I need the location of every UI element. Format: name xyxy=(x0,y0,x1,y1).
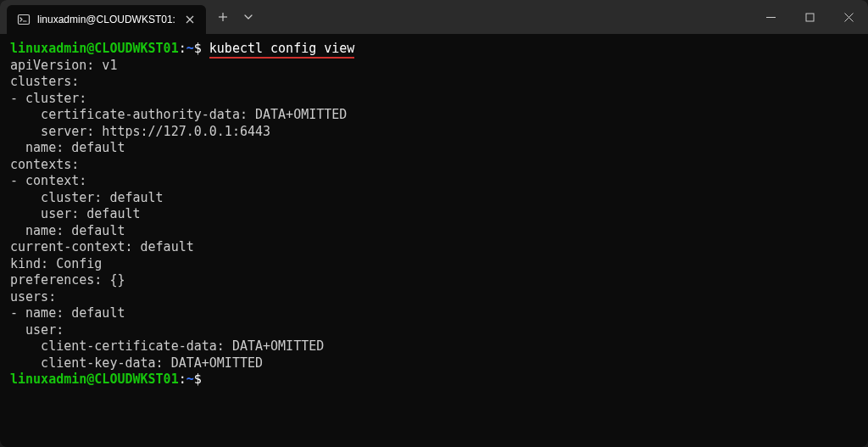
output-line: clusters: xyxy=(10,74,79,89)
output-line: preferences: {} xyxy=(10,272,125,288)
new-tab-button[interactable] xyxy=(209,3,236,31)
tab-title: linuxadmin@CLOUDWKST01: xyxy=(37,14,175,25)
prompt-path: ~ xyxy=(186,41,194,56)
prompt-colon: : xyxy=(179,41,186,56)
window-controls xyxy=(751,0,868,34)
prompt-line-1: linuxadmin@CLOUDWKST01:~$ kubectl config… xyxy=(10,41,354,59)
terminal-tab[interactable]: linuxadmin@CLOUDWKST01: xyxy=(7,5,206,34)
prompt-path: ~ xyxy=(186,372,194,387)
prompt-colon: : xyxy=(179,372,186,387)
output-line: - name: default xyxy=(10,305,125,321)
prompt-user-host: linuxadmin@CLOUDWKST01 xyxy=(10,41,179,56)
output-line: cluster: default xyxy=(10,190,164,205)
output-line: server: https://127.0.0.1:6443 xyxy=(10,124,270,139)
minimize-button[interactable] xyxy=(751,0,790,34)
output-line: contexts: xyxy=(10,157,79,172)
output-line: - context: xyxy=(10,173,86,188)
terminal-icon xyxy=(17,13,31,26)
svg-rect-0 xyxy=(19,15,30,25)
output-line: client-key-data: DATA+OMITTED xyxy=(10,355,263,371)
output-line: kind: Config xyxy=(10,256,102,271)
prompt-dollar: $ xyxy=(194,41,202,56)
output-line: user: default xyxy=(10,206,141,221)
svg-rect-7 xyxy=(806,14,814,21)
tab-close-button[interactable] xyxy=(182,12,198,27)
output-line: certificate-authority-data: DATA+OMITTED xyxy=(10,107,347,122)
maximize-button[interactable] xyxy=(790,0,829,34)
terminal-body[interactable]: linuxadmin@CLOUDWKST01:~$ kubectl config… xyxy=(0,34,868,447)
output-line: users: xyxy=(10,289,56,305)
output-line: current-context: default xyxy=(10,239,194,254)
close-button[interactable] xyxy=(829,0,868,34)
prompt-user-host: linuxadmin@CLOUDWKST01 xyxy=(10,372,179,387)
prompt-dollar: $ xyxy=(194,372,202,387)
prompt-line-2: linuxadmin@CLOUDWKST01:~$ xyxy=(10,372,202,387)
output-line: apiVersion: v1 xyxy=(10,58,117,73)
output-line: name: default xyxy=(10,140,125,155)
output-line: client-certificate-data: DATA+OMITTED xyxy=(10,338,324,354)
tab-dropdown-button[interactable] xyxy=(236,3,260,31)
tabs-area: linuxadmin@CLOUDWKST01: xyxy=(0,0,260,34)
titlebar: linuxadmin@CLOUDWKST01: xyxy=(0,0,868,34)
command-text: kubectl config view xyxy=(209,41,355,59)
output-line: user: xyxy=(10,322,64,338)
output-line: - cluster: xyxy=(10,91,86,106)
output-line: name: default xyxy=(10,223,125,238)
